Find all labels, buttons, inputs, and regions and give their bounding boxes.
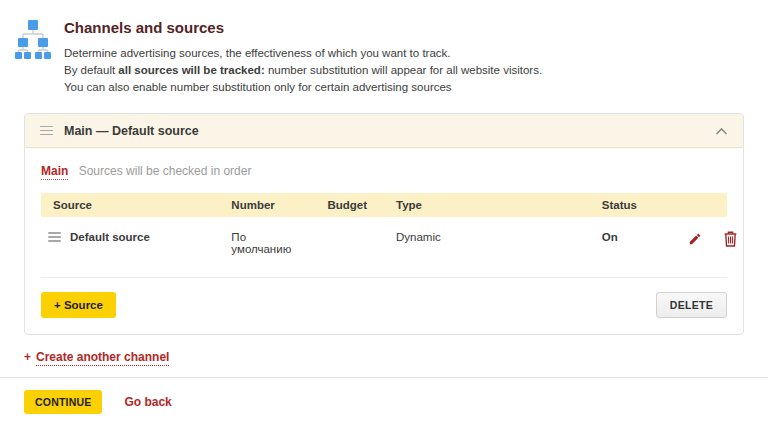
column-header-source: Source [41,193,219,217]
trash-icon[interactable] [724,231,737,249]
column-header-type: Type [384,193,590,217]
description-line3: You can also enable number substitution … [64,81,452,93]
column-header-budget: Budget [315,193,384,217]
add-source-button[interactable]: + Source [41,292,116,318]
sitemap-icon [15,19,51,96]
source-type: Dynamic [384,217,590,278]
channel-name-link[interactable]: Main [41,164,68,180]
edit-pencil-icon[interactable] [688,232,702,248]
channel-card: Main — Default source Main Sources will … [24,113,744,335]
description-line2-prefix: By default [64,64,118,76]
description-line2-suffix: number substitution will appear for all … [265,64,542,76]
bottom-bar: CONTINUE Go back [0,377,768,425]
source-name: Default source [70,231,150,243]
table-header-row: Source Number Budget Type Status [41,193,727,217]
add-source-label: Source [64,299,103,311]
source-status: On [590,217,659,278]
channel-accordion-title: Main — Default source [64,124,715,138]
table-row: Default source По умолчанию Dynamic On [41,217,727,278]
plus-icon: + [24,350,31,364]
channel-card-body: Main Sources will be checked in order So… [25,148,743,334]
card-footer: + Source DELETE [41,278,727,318]
channel-hint: Sources will be checked in order [79,164,252,178]
page-description: Determine advertising sources, the effec… [64,45,542,96]
description-line2-bold: all sources will be tracked: [118,64,264,76]
source-budget [315,217,384,278]
create-channel-label: Create another channel [36,350,169,366]
chevron-up-icon[interactable] [715,122,728,140]
column-header-status: Status [590,193,659,217]
page-header: Channels and sources Determine advertisi… [0,0,768,96]
channel-accordion-header[interactable]: Main — Default source [25,114,743,148]
create-channel-link[interactable]: +Create another channel [24,350,744,364]
continue-button[interactable]: CONTINUE [24,390,102,414]
go-back-link[interactable]: Go back [124,395,171,409]
plus-icon: + [54,299,61,311]
column-header-number: Number [219,193,315,217]
channel-name-row: Main Sources will be checked in order [41,164,727,178]
page-title: Channels and sources [64,19,542,36]
column-header-actions [658,193,727,217]
drag-handle-icon[interactable] [40,126,53,136]
delete-button[interactable]: DELETE [656,292,727,318]
sources-table: Source Number Budget Type Status Default… [41,193,727,278]
source-number: По умолчанию [219,217,315,278]
row-drag-handle-icon[interactable] [48,232,61,242]
description-line1: Determine advertising sources, the effec… [64,47,451,59]
